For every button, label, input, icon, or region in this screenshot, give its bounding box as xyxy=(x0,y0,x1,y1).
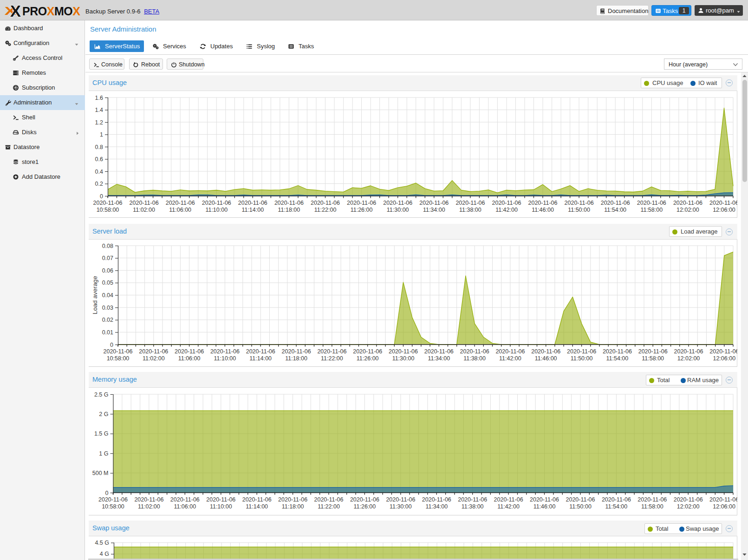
svg-text:11:22:00: 11:22:00 xyxy=(321,355,343,362)
svg-text:11:54:00: 11:54:00 xyxy=(604,207,626,213)
svg-text:11:26:00: 11:26:00 xyxy=(351,207,373,213)
svg-text:11:46:00: 11:46:00 xyxy=(533,503,556,510)
svg-text:11:50:00: 11:50:00 xyxy=(568,207,590,213)
svg-text:2020-11-06: 2020-11-06 xyxy=(492,200,521,206)
svg-text:Load average: Load average xyxy=(91,276,98,314)
svg-text:2020-11-06: 2020-11-06 xyxy=(170,496,200,503)
svg-text:2020-11-06: 2020-11-06 xyxy=(134,496,163,503)
svg-text:2020-11-06: 2020-11-06 xyxy=(638,348,668,355)
svg-text:2020-11-06: 2020-11-06 xyxy=(350,496,379,503)
svg-text:10:58:00: 10:58:00 xyxy=(97,207,119,213)
svg-text:2020-11-06: 2020-11-06 xyxy=(202,200,231,206)
svg-text:11:38:00: 11:38:00 xyxy=(459,207,481,213)
svg-text:12:06:00: 12:06:00 xyxy=(713,355,735,362)
svg-text:0.01: 0.01 xyxy=(102,329,113,336)
svg-text:2020-11-06: 2020-11-06 xyxy=(98,496,128,503)
svg-text:2020-11-06: 2020-11-06 xyxy=(458,496,487,503)
svg-text:11:26:00: 11:26:00 xyxy=(357,355,379,362)
svg-text:2020-11-06: 2020-11-06 xyxy=(530,496,559,503)
svg-text:11:58:00: 11:58:00 xyxy=(640,207,663,213)
svg-text:0.03: 0.03 xyxy=(102,305,113,311)
svg-text:2020-11-06: 2020-11-06 xyxy=(419,200,449,206)
svg-text:11:42:00: 11:42:00 xyxy=(497,503,520,510)
svg-text:0.06: 0.06 xyxy=(102,267,113,274)
svg-text:4.5 G: 4.5 G xyxy=(95,540,109,546)
svg-text:12:02:00: 12:02:00 xyxy=(677,355,700,362)
svg-text:2 G: 2 G xyxy=(99,411,108,417)
svg-text:11:18:00: 11:18:00 xyxy=(282,503,304,510)
svg-text:1.4: 1.4 xyxy=(95,107,103,113)
svg-text:11:34:00: 11:34:00 xyxy=(428,355,450,362)
svg-text:11:30:00: 11:30:00 xyxy=(392,355,415,362)
svg-text:11:02:00: 11:02:00 xyxy=(138,503,160,510)
svg-text:2020-11-06: 2020-11-06 xyxy=(317,348,346,355)
svg-text:0.8: 0.8 xyxy=(95,144,103,150)
svg-text:2020-11-06: 2020-11-06 xyxy=(274,200,304,206)
svg-text:0.6: 0.6 xyxy=(95,156,103,163)
svg-text:2020-11-06: 2020-11-06 xyxy=(424,348,454,355)
svg-text:11:14:00: 11:14:00 xyxy=(241,207,264,213)
svg-text:1.5 G: 1.5 G xyxy=(94,430,109,437)
svg-text:12:06:00: 12:06:00 xyxy=(713,503,735,510)
svg-text:11:34:00: 11:34:00 xyxy=(423,207,445,213)
svg-text:2020-11-06: 2020-11-06 xyxy=(353,348,382,355)
svg-text:2020-11-06: 2020-11-06 xyxy=(386,496,415,503)
svg-text:11:54:00: 11:54:00 xyxy=(606,355,629,362)
svg-text:2.5 G: 2.5 G xyxy=(94,391,109,398)
svg-text:0.02: 0.02 xyxy=(102,317,113,323)
svg-text:11:50:00: 11:50:00 xyxy=(569,503,592,510)
svg-text:2020-11-06: 2020-11-06 xyxy=(278,496,307,503)
svg-text:0.07: 0.07 xyxy=(102,255,113,261)
svg-text:0: 0 xyxy=(100,193,103,200)
svg-text:0.2: 0.2 xyxy=(95,181,103,187)
svg-text:2020-11-06: 2020-11-06 xyxy=(460,348,489,355)
svg-text:11:54:00: 11:54:00 xyxy=(605,503,628,510)
svg-text:4 G: 4 G xyxy=(100,551,109,557)
svg-text:12:02:00: 12:02:00 xyxy=(677,503,700,510)
svg-text:2020-11-06: 2020-11-06 xyxy=(210,348,240,355)
svg-text:2020-11-06: 2020-11-06 xyxy=(175,348,204,355)
svg-text:11:34:00: 11:34:00 xyxy=(425,503,448,510)
svg-text:2020-11-06: 2020-11-06 xyxy=(455,200,485,206)
svg-text:2020-11-06: 2020-11-06 xyxy=(246,348,275,355)
svg-text:12:02:00: 12:02:00 xyxy=(676,207,699,213)
svg-text:2020-11-06: 2020-11-06 xyxy=(166,200,195,206)
svg-text:2020-11-06: 2020-11-06 xyxy=(389,348,418,355)
svg-text:0.05: 0.05 xyxy=(102,280,113,286)
svg-text:11:38:00: 11:38:00 xyxy=(462,503,484,510)
svg-text:2020-11-06: 2020-11-06 xyxy=(206,496,235,503)
svg-text:11:10:00: 11:10:00 xyxy=(205,207,228,213)
svg-text:11:14:00: 11:14:00 xyxy=(246,503,268,510)
svg-text:11:42:00: 11:42:00 xyxy=(499,355,521,362)
svg-text:11:30:00: 11:30:00 xyxy=(390,503,412,510)
svg-text:11:06:00: 11:06:00 xyxy=(174,503,196,510)
svg-text:2020-11-06: 2020-11-06 xyxy=(242,496,272,503)
svg-text:2020-11-06: 2020-11-06 xyxy=(674,496,703,503)
svg-text:2020-11-06: 2020-11-06 xyxy=(603,348,632,355)
svg-text:2020-11-06: 2020-11-06 xyxy=(311,200,340,206)
svg-text:500 M: 500 M xyxy=(92,470,109,476)
svg-text:11:22:00: 11:22:00 xyxy=(318,503,340,510)
svg-text:11:18:00: 11:18:00 xyxy=(278,207,300,213)
svg-text:0.08: 0.08 xyxy=(102,243,113,249)
svg-text:2020-11-06: 2020-11-06 xyxy=(93,200,122,206)
svg-text:2020-11-06: 2020-11-06 xyxy=(673,200,702,206)
svg-text:2020-11-06: 2020-11-06 xyxy=(709,348,737,355)
svg-text:2020-11-06: 2020-11-06 xyxy=(566,496,595,503)
svg-text:11:58:00: 11:58:00 xyxy=(642,355,664,362)
svg-text:1 G: 1 G xyxy=(99,450,108,457)
svg-text:0.04: 0.04 xyxy=(102,292,113,299)
svg-text:0.4: 0.4 xyxy=(95,169,103,175)
svg-text:0: 0 xyxy=(105,490,109,496)
svg-text:1: 1 xyxy=(100,131,103,138)
svg-text:11:22:00: 11:22:00 xyxy=(314,207,337,213)
svg-text:11:42:00: 11:42:00 xyxy=(495,207,518,213)
svg-text:2020-11-06: 2020-11-06 xyxy=(347,200,376,206)
svg-text:2020-11-06: 2020-11-06 xyxy=(495,348,525,355)
svg-text:11:18:00: 11:18:00 xyxy=(285,355,307,362)
svg-text:11:38:00: 11:38:00 xyxy=(463,355,486,362)
svg-text:2020-11-06: 2020-11-06 xyxy=(709,200,737,206)
svg-text:11:02:00: 11:02:00 xyxy=(143,355,165,362)
svg-text:2020-11-06: 2020-11-06 xyxy=(601,200,630,206)
svg-text:10:58:00: 10:58:00 xyxy=(107,355,130,362)
